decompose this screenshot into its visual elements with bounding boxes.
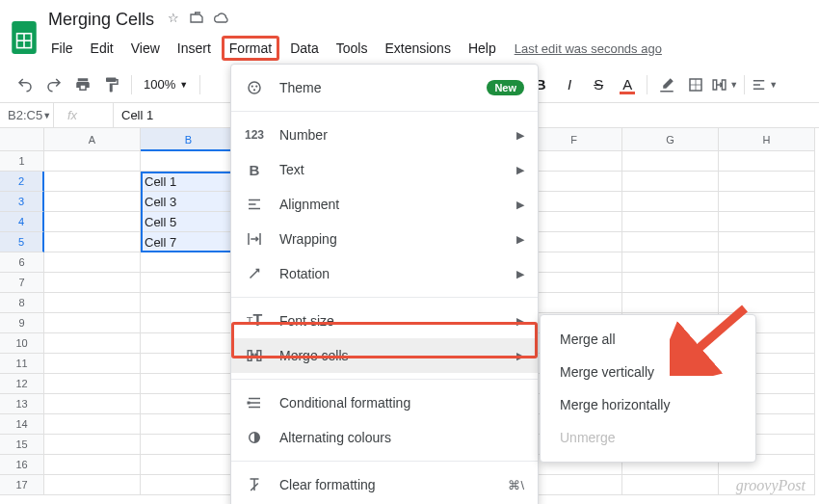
- cell[interactable]: [44, 151, 141, 172]
- cell[interactable]: [44, 232, 141, 252]
- cell[interactable]: [719, 273, 815, 293]
- cell[interactable]: [141, 293, 237, 313]
- cell[interactable]: Cell 5: [141, 212, 237, 232]
- cell[interactable]: [44, 313, 141, 333]
- cell[interactable]: [44, 374, 141, 394]
- cell[interactable]: [44, 435, 141, 455]
- cell[interactable]: [141, 414, 237, 435]
- column-header[interactable]: A: [44, 128, 141, 151]
- cell[interactable]: [44, 333, 141, 354]
- menu-format[interactable]: Format: [222, 36, 279, 61]
- row-header[interactable]: 6: [0, 252, 44, 273]
- merge-button[interactable]: ▼: [711, 71, 738, 98]
- menu-item-conditional-formatting[interactable]: Conditional formatting: [231, 385, 538, 420]
- menu-help[interactable]: Help: [462, 37, 503, 60]
- menu-item-text[interactable]: BText▶: [231, 152, 538, 187]
- menu-file[interactable]: File: [44, 37, 80, 60]
- cloud-status-icon[interactable]: [214, 11, 229, 29]
- cell[interactable]: [141, 455, 237, 475]
- cell[interactable]: [44, 192, 141, 212]
- row-header[interactable]: 10: [0, 333, 44, 354]
- move-icon[interactable]: [189, 11, 204, 29]
- row-header[interactable]: 12: [0, 374, 44, 394]
- cell[interactable]: [526, 212, 622, 232]
- menu-item-merge-cells[interactable]: Merge cells▶: [231, 338, 538, 373]
- row-header[interactable]: 2: [0, 172, 44, 192]
- cell[interactable]: [719, 212, 815, 232]
- cell[interactable]: [141, 354, 237, 374]
- column-header[interactable]: B: [141, 128, 237, 151]
- cell[interactable]: [719, 172, 815, 192]
- menu-item-alignment[interactable]: Alignment▶: [231, 187, 538, 222]
- cell[interactable]: [526, 172, 622, 192]
- row-header[interactable]: 1: [0, 151, 44, 172]
- cell[interactable]: [141, 313, 237, 333]
- cell[interactable]: [141, 394, 237, 414]
- star-icon[interactable]: ☆: [168, 11, 179, 29]
- menu-item-font-size[interactable]: TTFont size▶: [231, 304, 538, 338]
- row-header[interactable]: 5: [0, 232, 44, 252]
- row-header[interactable]: 15: [0, 435, 44, 455]
- cell[interactable]: [526, 232, 622, 252]
- select-all-corner[interactable]: [0, 128, 44, 151]
- sheets-logo[interactable]: [12, 20, 37, 55]
- cell[interactable]: [719, 192, 815, 212]
- cell[interactable]: [622, 273, 719, 293]
- row-header[interactable]: 4: [0, 212, 44, 232]
- column-header[interactable]: H: [719, 128, 815, 151]
- cell[interactable]: [622, 192, 719, 212]
- menu-tools[interactable]: Tools: [330, 37, 375, 60]
- cell[interactable]: [141, 273, 237, 293]
- undo-button[interactable]: [12, 71, 39, 98]
- cell[interactable]: [141, 435, 237, 455]
- cell[interactable]: Cell 7: [141, 232, 237, 252]
- redo-button[interactable]: [40, 71, 67, 98]
- menu-item-rotation[interactable]: Rotation▶: [231, 256, 538, 291]
- menu-extensions[interactable]: Extensions: [378, 37, 457, 60]
- cell[interactable]: [719, 252, 815, 273]
- cell[interactable]: [622, 293, 719, 313]
- row-header[interactable]: 14: [0, 414, 44, 435]
- cell[interactable]: [622, 151, 719, 172]
- column-header[interactable]: F: [526, 128, 622, 151]
- text-color-button[interactable]: A: [614, 71, 641, 98]
- zoom-select[interactable]: 100% ▼: [138, 77, 194, 92]
- column-header[interactable]: G: [622, 128, 719, 151]
- cell[interactable]: [44, 273, 141, 293]
- fill-color-button[interactable]: [653, 71, 680, 98]
- cell[interactable]: [44, 414, 141, 435]
- row-header[interactable]: 7: [0, 273, 44, 293]
- row-header[interactable]: 16: [0, 455, 44, 475]
- cell[interactable]: [622, 212, 719, 232]
- cell[interactable]: [622, 232, 719, 252]
- cell[interactable]: [622, 475, 719, 495]
- menu-item-alternating-colours[interactable]: Alternating colours: [231, 420, 538, 455]
- cell[interactable]: [44, 455, 141, 475]
- row-header[interactable]: 17: [0, 475, 44, 495]
- cell[interactable]: [526, 293, 622, 313]
- cell[interactable]: [141, 475, 237, 495]
- row-header[interactable]: 3: [0, 192, 44, 212]
- cell[interactable]: [44, 354, 141, 374]
- italic-button[interactable]: I: [556, 71, 583, 98]
- last-edit-link[interactable]: Last edit was seconds ago: [515, 41, 662, 56]
- submenu-item-merge-all[interactable]: Merge all: [541, 323, 755, 356]
- row-header[interactable]: 13: [0, 394, 44, 414]
- menu-insert[interactable]: Insert: [171, 37, 218, 60]
- print-button[interactable]: [69, 71, 96, 98]
- cell[interactable]: [44, 172, 141, 192]
- cell[interactable]: [44, 252, 141, 273]
- menu-item-theme[interactable]: ThemeNew: [231, 70, 538, 105]
- cell[interactable]: [526, 475, 622, 495]
- name-box[interactable]: B2:C5▼: [0, 103, 54, 127]
- strikethrough-button[interactable]: S: [585, 71, 612, 98]
- menu-edit[interactable]: Edit: [84, 37, 120, 60]
- paint-format-button[interactable]: [98, 71, 125, 98]
- cell[interactable]: [526, 252, 622, 273]
- cell[interactable]: [141, 374, 237, 394]
- cell[interactable]: [526, 273, 622, 293]
- cell[interactable]: Cell 1: [141, 172, 237, 192]
- cell[interactable]: [622, 172, 719, 192]
- cell[interactable]: [719, 293, 815, 313]
- row-header[interactable]: 8: [0, 293, 44, 313]
